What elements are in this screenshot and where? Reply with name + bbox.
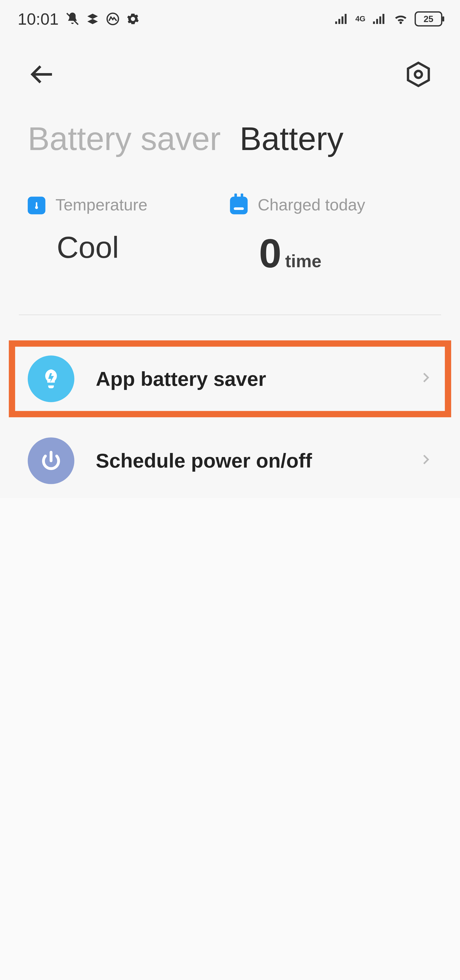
menu-app-battery-saver-label: App battery saver (96, 367, 398, 390)
layers-icon (87, 13, 99, 25)
stat-temperature-label: Temperature (56, 195, 148, 215)
svg-point-12 (415, 71, 422, 78)
battery-level-icon: 25 (415, 11, 443, 26)
tab-battery-saver[interactable]: Battery saver (28, 120, 221, 158)
stat-charged-value: 0time (230, 230, 432, 277)
stat-temperature-value: Cool (28, 230, 230, 265)
bell-off-icon (65, 11, 80, 26)
wifi-icon (393, 11, 408, 26)
svg-rect-2 (335, 21, 337, 24)
network-label: 4G (355, 15, 365, 23)
highlight-box: App battery saver (9, 340, 451, 417)
stats-panel: Temperature Cool Charged today 0time (0, 158, 460, 302)
stat-charged: Charged today 0time (230, 195, 432, 277)
status-bar: 10:01 4G (0, 0, 460, 38)
svg-rect-3 (338, 19, 340, 24)
tab-battery[interactable]: Battery (240, 120, 343, 158)
chevron-right-icon (420, 371, 433, 387)
svg-rect-8 (379, 16, 381, 24)
thermometer-icon (28, 196, 46, 214)
svg-rect-6 (373, 21, 375, 24)
header (0, 50, 460, 101)
chevron-right-icon (420, 453, 433, 468)
stat-charged-label: Charged today (258, 195, 365, 215)
back-icon[interactable] (28, 60, 56, 91)
svg-marker-11 (408, 63, 429, 86)
power-icon (28, 438, 75, 484)
bulb-icon (28, 355, 75, 402)
phone-screen: 10:01 4G (0, 0, 460, 498)
menu-schedule-power-label: Schedule power on/off (96, 449, 398, 473)
plug-icon (230, 196, 248, 214)
gear-icon (127, 13, 140, 25)
svg-rect-4 (341, 16, 343, 24)
svg-rect-5 (345, 14, 347, 24)
settings-icon[interactable] (404, 60, 432, 91)
divider (19, 315, 441, 315)
signal-2-icon (372, 11, 387, 26)
menu-schedule-power[interactable]: Schedule power on/off (0, 423, 460, 498)
stat-temperature: Temperature Cool (28, 195, 230, 277)
signal-icon (334, 11, 349, 26)
svg-rect-7 (376, 19, 378, 24)
svg-rect-9 (382, 14, 384, 24)
menu-app-battery-saver[interactable]: App battery saver (15, 347, 445, 411)
status-time: 10:01 (18, 9, 59, 29)
app-icon (105, 11, 120, 26)
tabs: Battery saver Battery (0, 120, 460, 158)
